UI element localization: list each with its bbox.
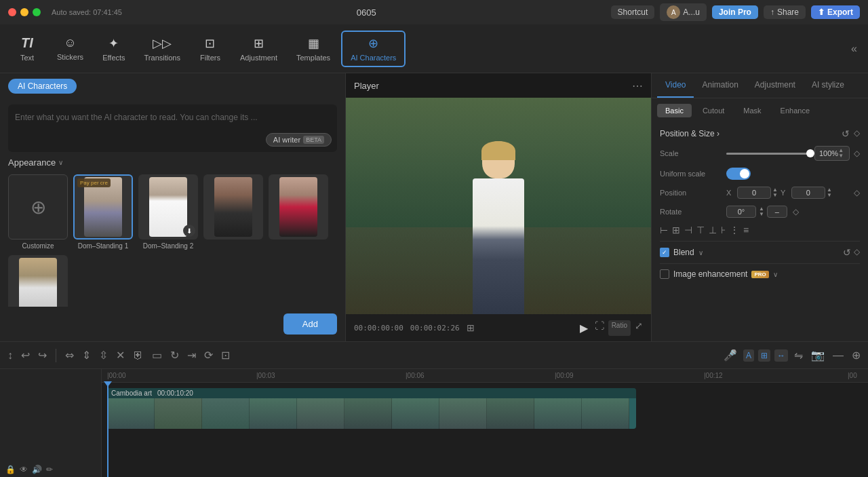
traffic-light-minimize[interactable] (20, 8, 28, 16)
add-button[interactable]: Add (283, 313, 337, 335)
position-y-input[interactable] (791, 187, 825, 199)
align-center-v-icon[interactable]: ⊥ (709, 225, 717, 235)
character-thumb-dom1[interactable]: Pay per cre (73, 174, 133, 240)
subtab-mask[interactable]: Mask (735, 104, 769, 117)
tl-zoom-plus[interactable]: ⊕ (850, 347, 863, 364)
tl-audio-icon[interactable]: 🔊 (32, 465, 42, 474)
export-button[interactable]: ⬆ Export (811, 5, 860, 19)
toolbar-adjustment[interactable]: ⊞ Adjustment (232, 32, 285, 66)
toolbar-effects[interactable]: ✦ Effects (94, 32, 133, 66)
character-thumb-row2-2[interactable] (269, 174, 328, 240)
rotate-input[interactable] (726, 206, 756, 218)
scale-keyframe[interactable]: ◇ (854, 149, 860, 158)
join-pro-button[interactable]: Join Pro (712, 5, 758, 19)
tl-link-icon[interactable]: ⇋ (792, 347, 805, 364)
character-thumb-dom2[interactable]: ⬇ (138, 174, 198, 240)
blend-chevron[interactable]: ∨ (698, 249, 703, 256)
tab-animation[interactable]: Animation (694, 73, 746, 98)
tl-zoom-slider[interactable]: ― (831, 347, 846, 364)
ai-characters-tab[interactable]: AI Characters (8, 79, 77, 94)
download-badge[interactable]: ⬇ (183, 225, 195, 237)
toolbar-text[interactable]: TI Text (8, 31, 46, 66)
tl-delete-tool[interactable]: ✕ (114, 347, 127, 364)
align-center-h-icon[interactable]: ⊞ (672, 225, 680, 235)
character-thumb-customize[interactable]: ⊕ (8, 174, 68, 240)
tl-mic-icon[interactable]: 🎤 (722, 347, 739, 364)
player-video[interactable] (346, 98, 651, 314)
tl-undo-button[interactable]: ↩ (19, 347, 32, 364)
shortcut-button[interactable]: Shortcut (611, 5, 655, 19)
share-button[interactable]: ↑ Share (764, 5, 806, 19)
toolbar-stickers[interactable]: ☺ Stickers (49, 32, 92, 65)
image-enhancement-checkbox[interactable] (660, 269, 669, 279)
align-right-icon[interactable]: ⊣ (684, 225, 692, 235)
tl-rotate-tool[interactable]: ↻ (168, 347, 181, 364)
tl-tab-tool[interactable]: ⇥ (185, 347, 198, 364)
ratio-badge[interactable]: Ratio (608, 320, 631, 336)
blend-keyframe[interactable]: ◇ (854, 247, 860, 258)
subtab-cutout[interactable]: Cutout (694, 104, 732, 117)
tl-shield-tool[interactable]: ⛨ (131, 347, 146, 364)
tab-adjustment[interactable]: Adjustment (747, 73, 804, 98)
scale-down-button[interactable]: ▼ (838, 153, 844, 159)
toolbar-filters[interactable]: ⊡ Filters (191, 32, 229, 66)
rotate-flip-input[interactable] (767, 206, 787, 218)
user-button[interactable]: A A...u (660, 3, 707, 21)
subtab-enhance[interactable]: Enhance (772, 104, 818, 117)
fullscreen-icon[interactable]: ⤢ (635, 320, 643, 336)
scale-value[interactable]: 100% ▲ ▼ (814, 146, 850, 161)
position-keyframe[interactable]: ◇ (854, 188, 860, 197)
align-left-icon[interactable]: ⊢ (660, 225, 668, 235)
tl-grid-tool[interactable]: ⊡ (219, 347, 232, 364)
uniform-scale-toggle[interactable] (726, 168, 751, 180)
y-down[interactable]: ▼ (827, 193, 832, 198)
tl-split-tool[interactable]: ⇔ (63, 347, 76, 364)
tl-select-tool[interactable]: ↕ (5, 347, 15, 364)
traffic-light-fullscreen[interactable] (33, 8, 41, 16)
tl-eye-icon[interactable]: 👁 (20, 465, 28, 474)
keyframe-button[interactable]: ◇ (854, 128, 860, 139)
character-text-area[interactable]: Enter what you want the AI character to … (8, 104, 337, 152)
rotate-down[interactable]: ▼ (759, 212, 764, 217)
distribute-v-icon[interactable]: ≡ (743, 225, 749, 235)
toolbar-transitions[interactable]: ▷▷ Transitions (136, 32, 189, 66)
traffic-light-close[interactable] (8, 8, 16, 16)
scale-slider-thumb[interactable] (806, 149, 814, 157)
tl-edit-icon[interactable]: ✏ (46, 465, 53, 474)
tl-redo-button[interactable]: ↪ (36, 347, 49, 364)
position-x-input[interactable] (737, 187, 771, 199)
align-bottom-icon[interactable]: ⊦ (721, 225, 726, 235)
tab-ai-stylize[interactable]: AI stylize (804, 73, 852, 98)
ai-writer-button[interactable]: AI writer BETA (266, 133, 332, 147)
playhead[interactable] (107, 383, 108, 477)
reset-button[interactable]: ↺ (842, 128, 850, 139)
subtab-basic[interactable]: Basic (657, 104, 692, 117)
tl-snapshot-icon[interactable]: 📷 (809, 347, 827, 364)
character-thumb-row2-1[interactable] (203, 174, 263, 240)
tl-clip-c-icon[interactable]: ↔ (774, 349, 788, 362)
rotate-keyframe[interactable]: ◇ (793, 207, 799, 216)
collapse-panel-button[interactable]: « (848, 40, 860, 58)
tl-clip-b-icon[interactable]: ⊞ (758, 349, 770, 362)
timeline-grid-icon[interactable]: ⊞ (467, 322, 475, 333)
tl-clip-a-icon[interactable]: A (743, 349, 754, 362)
blend-checkbox[interactable]: ✓ (660, 248, 669, 257)
player-menu-icon[interactable]: ⋯ (632, 79, 643, 92)
fullscreen-preview-icon[interactable]: ⛶ (595, 320, 604, 336)
tab-video[interactable]: Video (657, 73, 694, 98)
tl-lock-icon[interactable]: 🔒 (5, 465, 16, 474)
video-clip[interactable]: Cambodia art 00:00:10:20 (107, 388, 636, 429)
toolbar-templates[interactable]: ▦ Templates (288, 32, 338, 66)
character-thumb-row2-3[interactable] (8, 255, 68, 307)
tl-rect-tool[interactable]: ▭ (150, 347, 164, 364)
x-down[interactable]: ▼ (772, 193, 778, 198)
play-button[interactable]: ▶ (577, 320, 591, 336)
blend-reset[interactable]: ↺ (843, 247, 851, 258)
tl-crop-tool[interactable]: ⇳ (97, 347, 110, 364)
distribute-h-icon[interactable]: ⋮ (730, 225, 739, 235)
toolbar-ai-characters[interactable]: ⊕ AI Characters (341, 31, 406, 67)
image-enhancement-chevron[interactable]: ∨ (773, 271, 778, 278)
align-top-icon[interactable]: ⊤ (696, 225, 705, 235)
tl-transform-tool[interactable]: ⇕ (80, 347, 93, 364)
scale-slider-track[interactable] (726, 153, 810, 155)
